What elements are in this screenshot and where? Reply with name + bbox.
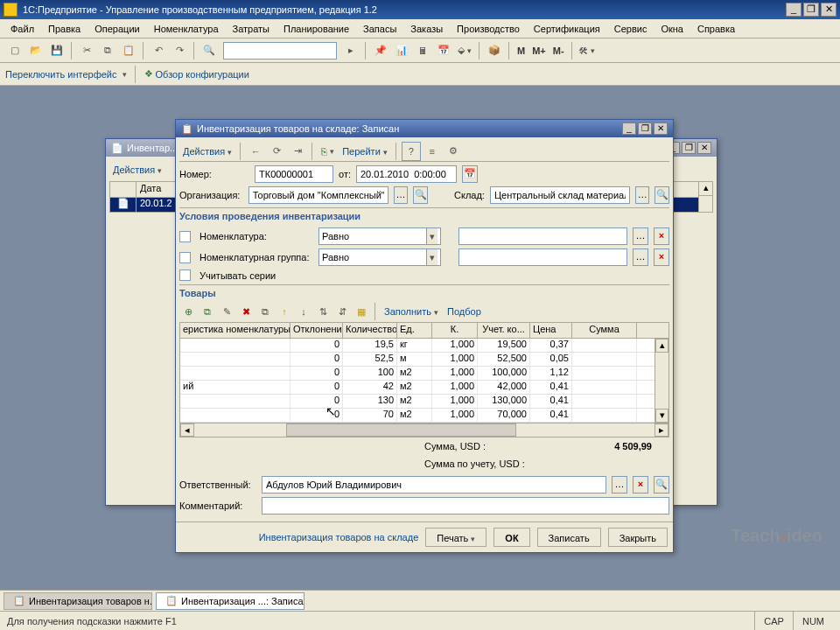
post-icon[interactable]: ⇥ (288, 142, 307, 161)
minimize-button[interactable]: _ (786, 3, 802, 17)
grid-sort-desc-icon[interactable]: ⇵ (333, 303, 351, 320)
copy-icon[interactable]: ⧉ (98, 41, 117, 60)
bg-actions-button[interactable]: Действия (109, 164, 165, 175)
table-row[interactable]: ий042м21,00042,0000,41 (180, 381, 668, 395)
wh-input[interactable] (490, 186, 630, 204)
grid-down-icon[interactable]: ↓ (295, 303, 312, 320)
menu-file[interactable]: Файл (4, 22, 41, 36)
menu-operations[interactable]: Операции (88, 22, 146, 36)
bg-scroll-up[interactable]: ▴ (699, 182, 712, 196)
refresh-icon[interactable]: ⟳ (267, 142, 286, 161)
chart-icon[interactable]: 📊 (392, 41, 411, 60)
cut-icon[interactable]: ✂ (77, 41, 96, 60)
col-unit[interactable]: Ед. (397, 323, 432, 338)
nomen-ellipsis-button[interactable]: … (633, 228, 648, 245)
resp-lookup-button[interactable]: 🔍 (654, 476, 669, 494)
calendar-icon[interactable]: 📅 (434, 41, 453, 60)
table-row[interactable]: 052,5м1,00052,5000,05 (180, 353, 668, 367)
nomen-group-clear-button[interactable]: × (654, 248, 669, 266)
wh-lookup-button[interactable]: 🔍 (654, 186, 669, 204)
resp-clear-button[interactable]: × (633, 476, 648, 494)
open-icon[interactable]: 📂 (26, 41, 46, 60)
footer-link[interactable]: Инвентаризация товаров на складе (259, 532, 419, 542)
scroll-up-icon[interactable]: ▴ (655, 339, 668, 353)
col-price[interactable]: Цена (530, 323, 572, 338)
paste-icon[interactable]: 📋 (119, 41, 138, 60)
nomen-clear-button[interactable]: × (654, 228, 669, 245)
col-deviation[interactable]: Отклонение (290, 323, 343, 338)
redo-icon[interactable]: ↷ (170, 41, 189, 60)
nomen-group-op-select[interactable]: Равно (318, 248, 441, 266)
task-button-1[interactable]: 📋Инвентаризация товаров н... (4, 592, 152, 610)
col-k[interactable]: К. (432, 323, 478, 338)
ok-button[interactable]: ОК (494, 528, 529, 547)
grid-edit-icon[interactable]: ✎ (218, 303, 235, 320)
settings-icon[interactable]: ⚙ (444, 142, 463, 161)
comment-input[interactable] (262, 497, 669, 514)
number-input[interactable] (255, 165, 333, 183)
close-button[interactable]: ✕ (821, 3, 836, 17)
menu-costs[interactable]: Затраты (226, 22, 277, 36)
scroll-right-icon[interactable]: ▸ (654, 424, 668, 437)
basedon-icon[interactable]: ⎘ (318, 142, 337, 161)
nomen-op-select[interactable]: Равно (318, 228, 441, 245)
resp-ellipsis-button[interactable]: … (612, 476, 627, 494)
grid-vscroll[interactable]: ▴ ▾ (654, 339, 668, 423)
grid-sort-asc-icon[interactable]: ⇅ (314, 303, 332, 320)
col-characteristic[interactable]: еристика номенклатуры (180, 323, 290, 338)
menu-production[interactable]: Производство (450, 22, 527, 36)
menu-service[interactable]: Сервис (607, 22, 654, 36)
grid-up-icon[interactable]: ↑ (276, 303, 293, 320)
bg-restore-button[interactable]: ❐ (682, 142, 696, 154)
goto-button[interactable]: Перейти (339, 146, 391, 157)
dialog-actions-button[interactable]: Действия (179, 146, 235, 157)
dialog-minimize-button[interactable]: _ (622, 122, 636, 135)
m-button[interactable]: M (514, 46, 528, 56)
nomen-group-checkbox[interactable] (179, 252, 191, 263)
back-icon[interactable]: ← (246, 142, 265, 161)
menu-orders[interactable]: Заказы (403, 22, 450, 36)
switch-interface-button[interactable]: Переключить интерфейс (5, 69, 127, 80)
menu-help[interactable]: Справка (690, 22, 742, 36)
help-icon[interactable]: ? (402, 142, 421, 161)
menu-planning[interactable]: Планирование (276, 22, 356, 36)
close-dialog-button[interactable]: Закрыть (608, 528, 668, 547)
m-plus-button[interactable]: M+ (529, 46, 549, 56)
col-acc-qty[interactable]: Учет. ко... (478, 323, 530, 338)
hscroll-thumb[interactable] (286, 424, 516, 437)
calc-icon[interactable]: 🖩 (413, 41, 432, 60)
table-row[interactable]: 019,5кг1,00019,5000,37 (180, 339, 668, 353)
nomen-group-ellipsis-button[interactable]: … (633, 248, 648, 266)
config-overview-button[interactable]: ❖ Обзор конфигурации (144, 68, 249, 80)
grid-copy-icon[interactable]: ⧉ (256, 303, 274, 320)
task-button-2[interactable]: 📋Инвентаризация ...: Записан (156, 592, 304, 610)
nomen-value-input[interactable] (458, 228, 627, 245)
go-icon[interactable]: ▸ (341, 41, 360, 60)
selection-button[interactable]: Подбор (444, 306, 485, 317)
bg-close-button[interactable]: ✕ (697, 142, 711, 154)
org-input[interactable] (248, 186, 388, 204)
scroll-left-icon[interactable]: ◂ (180, 424, 194, 437)
org-lookup-button[interactable]: 🔍 (413, 186, 428, 204)
menu-certification[interactable]: Сертификация (527, 22, 607, 36)
scroll-down-icon[interactable]: ▾ (655, 409, 668, 423)
org-ellipsis-button[interactable]: … (394, 186, 409, 204)
dialog-restore-button[interactable]: ❐ (638, 122, 652, 135)
restore-button[interactable]: ❐ (803, 3, 819, 17)
wh-ellipsis-button[interactable]: … (635, 186, 650, 204)
grid-add2-icon[interactable]: ⧉ (199, 303, 216, 320)
nomen-group-value-input[interactable] (458, 248, 627, 266)
date-input[interactable] (356, 165, 457, 183)
goods-grid[interactable]: еристика номенклатуры Отклонение Количес… (179, 322, 669, 438)
tools-icon[interactable]: 🛠 (578, 41, 597, 60)
series-checkbox[interactable] (179, 270, 191, 281)
dialog-close-button[interactable]: ✕ (654, 122, 668, 135)
col-sum[interactable]: Сумма (572, 323, 637, 338)
pin-icon[interactable]: 📌 (371, 41, 390, 60)
menu-edit[interactable]: Правка (41, 22, 88, 36)
m-minus-button[interactable]: M- (550, 46, 567, 56)
menu-stock[interactable]: Запасы (356, 22, 403, 36)
date-picker-button[interactable]: 📅 (462, 165, 478, 183)
col-quantity[interactable]: Количество (343, 323, 397, 338)
table-row[interactable]: 0100м21,000100,0001,12 (180, 367, 668, 381)
